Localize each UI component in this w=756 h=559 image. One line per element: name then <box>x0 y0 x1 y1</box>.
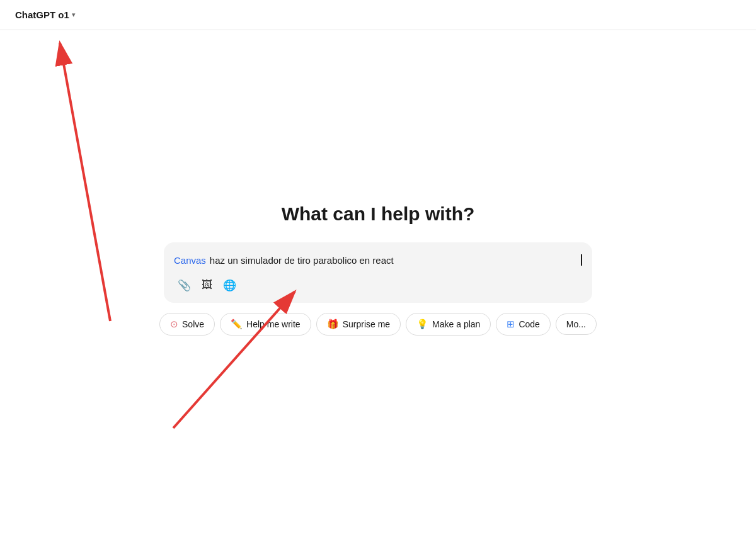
more-label: Mo... <box>566 319 586 329</box>
attach-icon: 📎 <box>178 279 191 292</box>
surprise-button[interactable]: 🎁 Surprise me <box>316 313 401 336</box>
suggestions-bar: ⊙ Solve ✏️ Help me write 🎁 Surprise me 💡… <box>159 313 597 336</box>
globe-icon: 🌐 <box>223 279 236 292</box>
model-name: ChatGPT o1 <box>15 9 69 20</box>
image-icon: 🖼 <box>202 279 212 291</box>
attach-button[interactable]: 📎 <box>174 275 194 295</box>
code-button[interactable]: ⊞ Code <box>496 313 550 336</box>
canvas-tag: Canvas <box>174 255 206 266</box>
solve-label: Solve <box>182 319 204 329</box>
code-label: Code <box>518 319 539 329</box>
chevron-down-icon: ▾ <box>72 11 76 19</box>
input-toolbar: 📎 🖼 🌐 <box>174 275 582 295</box>
main-content: What can I help with? Canvas haz un simu… <box>0 30 756 559</box>
make-plan-button[interactable]: 💡 Make a plan <box>406 313 491 336</box>
input-container[interactable]: Canvas haz un simulador de tiro paraboli… <box>164 242 592 303</box>
solve-button[interactable]: ⊙ Solve <box>159 313 215 336</box>
text-cursor <box>581 254 582 266</box>
help-write-button[interactable]: ✏️ Help me write <box>220 313 311 336</box>
input-text: haz un simulador de tiro parabolico en r… <box>210 255 580 266</box>
more-button[interactable]: Mo... <box>556 313 597 335</box>
image-button[interactable]: 🖼 <box>197 275 217 295</box>
globe-button[interactable]: 🌐 <box>219 275 239 295</box>
surprise-icon: 🎁 <box>327 319 339 330</box>
input-text-row: Canvas haz un simulador de tiro paraboli… <box>174 251 582 269</box>
edit-icon: ✏️ <box>231 319 243 330</box>
code-icon: ⊞ <box>507 319 515 330</box>
make-plan-label: Make a plan <box>432 319 480 329</box>
solve-icon: ⊙ <box>170 319 178 330</box>
surprise-label: Surprise me <box>343 319 390 329</box>
page-title: What can I help with? <box>282 203 475 225</box>
lightbulb-icon: 💡 <box>416 319 428 330</box>
model-selector[interactable]: ChatGPT o1 ▾ <box>10 7 81 23</box>
header: ChatGPT o1 ▾ <box>0 0 756 30</box>
help-write-label: Help me write <box>246 319 301 329</box>
